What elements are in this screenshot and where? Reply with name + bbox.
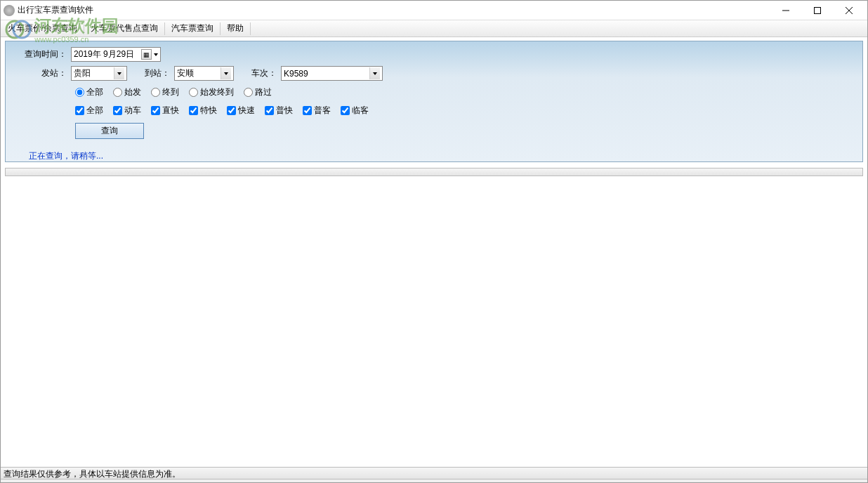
- check-label: 动车: [124, 105, 141, 117]
- menu-separator: [84, 22, 84, 35]
- check-label: 快速: [238, 105, 255, 117]
- check-pukuai[interactable]: 普快: [265, 105, 293, 117]
- check-label: 临客: [352, 105, 369, 117]
- check-tekuai-input[interactable]: [189, 106, 198, 115]
- dropdown-icon[interactable]: [369, 67, 380, 79]
- menu-train-agent-query[interactable]: 火车票代售点查询: [85, 20, 164, 37]
- menu-separator: [164, 22, 165, 35]
- train-number-combo[interactable]: K9589: [281, 66, 383, 81]
- radio-all[interactable]: 全部: [75, 86, 103, 98]
- check-kuaisu-input[interactable]: [227, 106, 236, 115]
- menu-train-ticket-query[interactable]: 火车票价/余票查询: [2, 20, 83, 37]
- menubar: 火车票价/余票查询 火车票代售点查询 汽车票查询 帮助: [1, 20, 867, 37]
- maximize-icon: [814, 7, 821, 14]
- radio-both[interactable]: 始发终到: [189, 86, 234, 98]
- menu-separator: [250, 22, 251, 35]
- to-value: 安顺: [177, 67, 221, 79]
- radio-label: 始发: [124, 86, 141, 98]
- button-row: 查询: [11, 123, 857, 139]
- check-puke[interactable]: 普客: [303, 105, 331, 117]
- radio-passing-input[interactable]: [244, 88, 253, 97]
- train-value: K9589: [284, 69, 369, 79]
- window-title: 出行宝车票查询软件: [18, 4, 770, 16]
- window-controls: [770, 1, 864, 20]
- radio-label: 全部: [86, 86, 103, 98]
- to-station-combo[interactable]: 安顺: [174, 66, 234, 81]
- check-tekuai[interactable]: 特快: [189, 105, 217, 117]
- date-value: 2019年 9月29日: [74, 48, 141, 60]
- disclaimer-bar: 查询结果仅供参考，具体以车站提供信息为准。: [1, 467, 867, 479]
- radio-departure-input[interactable]: [113, 88, 122, 97]
- close-icon: [846, 7, 853, 14]
- to-label: 到站：: [127, 67, 174, 79]
- check-label: 普快: [276, 105, 293, 117]
- dropdown-icon[interactable]: [114, 67, 124, 79]
- check-dongche[interactable]: 动车: [113, 105, 141, 117]
- dropdown-icon[interactable]: [221, 67, 231, 79]
- stations-row: 发站： 贵阳 到站： 安顺 车次： K9589: [11, 66, 857, 81]
- date-input[interactable]: 2019年 9月29日 ▦: [71, 47, 161, 62]
- radio-both-input[interactable]: [189, 88, 198, 97]
- check-pukuai-input[interactable]: [265, 106, 274, 115]
- check-puke-input[interactable]: [303, 106, 312, 115]
- minimize-button[interactable]: [770, 1, 801, 20]
- radio-label: 终到: [162, 86, 179, 98]
- menu-bus-ticket-query[interactable]: 汽车票查询: [166, 20, 219, 37]
- dropdown-icon[interactable]: [154, 53, 158, 56]
- calendar-icon[interactable]: ▦: [141, 49, 152, 60]
- from-station-combo[interactable]: 贵阳: [71, 66, 127, 81]
- from-label: 发站：: [11, 67, 71, 79]
- radio-all-input[interactable]: [75, 88, 84, 97]
- radio-passing[interactable]: 路过: [244, 86, 272, 98]
- radio-departure[interactable]: 始发: [113, 86, 141, 98]
- status-message: 正在查询，请稍等...: [29, 150, 857, 162]
- check-linke[interactable]: 临客: [341, 105, 369, 117]
- check-linke-input[interactable]: [341, 106, 350, 115]
- date-label: 查询时间：: [11, 48, 71, 60]
- radio-label: 始发终到: [200, 86, 234, 98]
- titlebar: 出行宝车票查询软件: [1, 1, 867, 20]
- result-header-bar[interactable]: [5, 168, 863, 176]
- bottom-panel: 查询结果仅供参考，具体以车站提供信息为准。: [1, 467, 867, 482]
- radio-label: 路过: [255, 86, 272, 98]
- menu-help[interactable]: 帮助: [221, 20, 249, 37]
- check-label: 全部: [86, 105, 103, 117]
- radio-terminal[interactable]: 终到: [151, 86, 179, 98]
- radio-terminal-input[interactable]: [151, 88, 160, 97]
- check-all-input[interactable]: [75, 106, 84, 115]
- close-button[interactable]: [833, 1, 864, 20]
- check-zhikuai[interactable]: 直快: [151, 105, 179, 117]
- check-zhikuai-input[interactable]: [151, 106, 160, 115]
- query-button[interactable]: 查询: [75, 123, 144, 139]
- app-icon: [4, 5, 15, 16]
- svg-rect-1: [814, 7, 820, 13]
- check-kuaisu[interactable]: 快速: [227, 105, 255, 117]
- search-panel: 查询时间： 2019年 9月29日 ▦ 发站： 贵阳 到站： 安顺 车次： K9…: [5, 41, 863, 162]
- check-label: 直快: [162, 105, 179, 117]
- route-type-radios: 全部 始发 终到 始发终到 路过: [11, 85, 857, 99]
- maximize-button[interactable]: [801, 1, 833, 20]
- minimize-icon: [782, 7, 789, 14]
- menu-separator: [220, 22, 221, 35]
- check-all[interactable]: 全部: [75, 105, 103, 117]
- check-dongche-input[interactable]: [113, 106, 122, 115]
- from-value: 贵阳: [74, 67, 114, 79]
- check-label: 普客: [314, 105, 331, 117]
- train-type-checks: 全部 动车 直快 特快 快速 普快 普客 临客: [11, 103, 857, 117]
- train-label: 车次：: [234, 67, 281, 79]
- date-row: 查询时间： 2019年 9月29日 ▦: [11, 47, 857, 62]
- check-label: 特快: [200, 105, 217, 117]
